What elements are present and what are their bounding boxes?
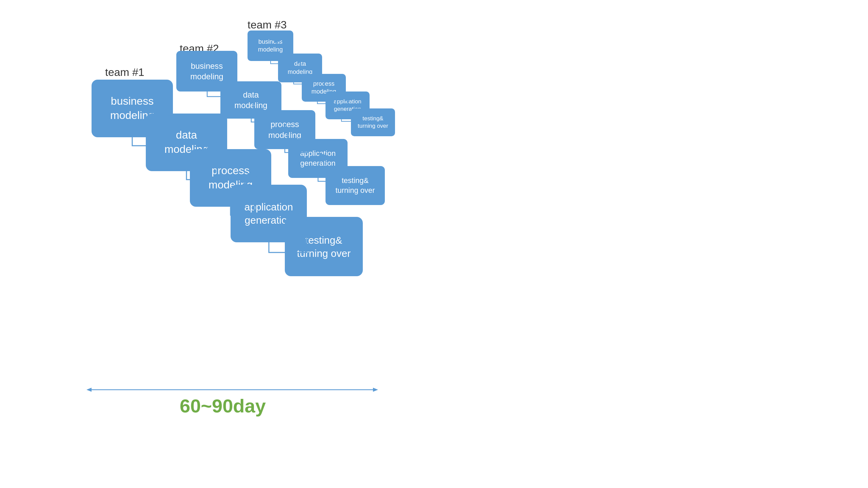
team1-label: team #1 <box>105 66 144 79</box>
t2-testing-turning: testing&turning over <box>326 166 385 205</box>
svg-marker-5 <box>373 388 378 392</box>
team3-label: team #3 <box>248 19 287 31</box>
timeline-label: 60~90day <box>180 395 266 417</box>
t1-testing-turning: testing&turning over <box>285 217 363 276</box>
diagram-container: team #1 team #2 team #3 businessmodeling… <box>0 0 868 488</box>
t3-testing-turning: testing&turning over <box>351 108 395 136</box>
svg-marker-4 <box>86 388 92 392</box>
